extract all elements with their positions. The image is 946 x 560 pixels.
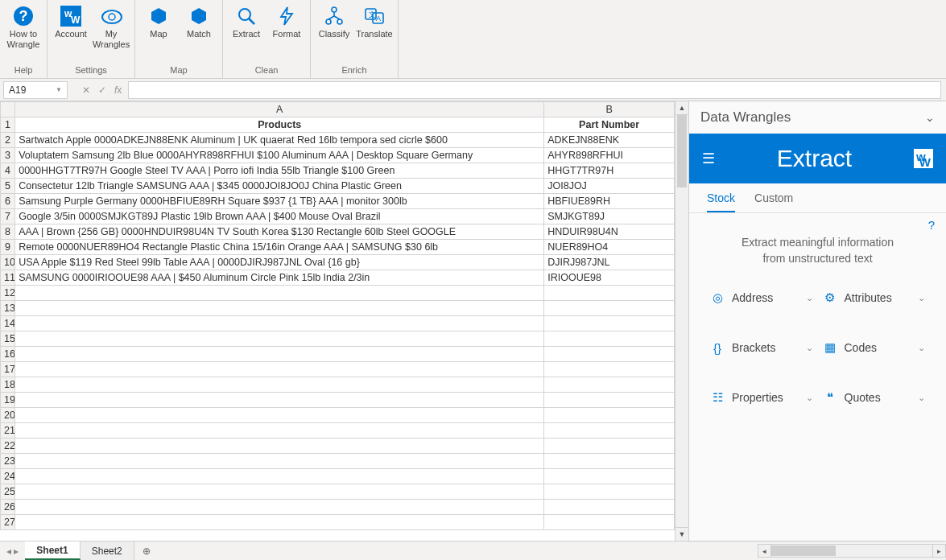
cell[interactable]: 0000HHGT7TR97H Google Steel TV AAA | Por… xyxy=(15,163,544,179)
cell[interactable] xyxy=(544,301,675,316)
scroll-thumb[interactable] xyxy=(677,115,687,187)
cell[interactable] xyxy=(544,393,675,408)
cell[interactable] xyxy=(15,347,544,362)
row-header[interactable]: 17 xyxy=(1,362,15,377)
cell[interactable]: SAMSUNG 0000IRIOOUE98 AAA | $450 Aluminu… xyxy=(15,270,544,286)
cell[interactable]: HNDUIR98U4N xyxy=(544,224,675,240)
row-header[interactable]: 21 xyxy=(1,423,15,439)
row-header[interactable]: 22 xyxy=(1,439,15,454)
extract-option-address[interactable]: ◎Address⌄ xyxy=(710,290,813,305)
extract-option-brackets[interactable]: {}Brackets⌄ xyxy=(710,340,813,355)
row-header[interactable]: 2 xyxy=(1,133,15,148)
cell[interactable] xyxy=(15,500,544,515)
cell[interactable] xyxy=(544,439,675,454)
cell[interactable]: USA Apple $119 Red Steel 99lb Table AAA … xyxy=(15,255,544,270)
account-button[interactable]: wW Account xyxy=(52,5,89,39)
cell[interactable]: HHGT7TR97H xyxy=(544,163,675,179)
row-header[interactable]: 13 xyxy=(1,301,15,316)
row-header[interactable]: 6 xyxy=(1,194,15,209)
row-header[interactable]: 20 xyxy=(1,408,15,423)
row-header[interactable]: 12 xyxy=(1,286,15,301)
cell[interactable] xyxy=(15,454,544,469)
cell[interactable] xyxy=(15,439,544,454)
formula-input[interactable] xyxy=(128,81,941,99)
vertical-scrollbar[interactable]: ▲ ▼ xyxy=(675,101,688,541)
row-header[interactable]: 15 xyxy=(1,331,15,347)
cell[interactable] xyxy=(544,423,675,439)
row-header[interactable]: 1 xyxy=(1,117,15,133)
row-header[interactable]: 9 xyxy=(1,240,15,255)
row-header[interactable]: 23 xyxy=(1,454,15,469)
cell[interactable] xyxy=(544,316,675,331)
cell[interactable]: Part Number xyxy=(544,117,675,133)
row-header[interactable]: 3 xyxy=(1,148,15,163)
col-header-a[interactable]: A xyxy=(15,102,544,117)
cell[interactable]: AAA | Brown {256 GB} 0000HNDUIR98U4N TV … xyxy=(15,224,544,240)
row-header[interactable]: 8 xyxy=(1,224,15,240)
cell[interactable]: Products xyxy=(15,117,544,133)
scroll-left-icon[interactable]: ◂ xyxy=(758,544,771,558)
cell[interactable] xyxy=(544,484,675,500)
cell[interactable]: SMJKGT89J xyxy=(544,209,675,224)
cell[interactable] xyxy=(15,301,544,316)
row-header[interactable]: 19 xyxy=(1,393,15,408)
cancel-icon[interactable]: ✕ xyxy=(82,84,90,96)
hamburger-icon[interactable]: ☰ xyxy=(702,150,715,167)
row-header[interactable]: 4 xyxy=(1,163,15,179)
cell[interactable]: DJIRJ987JNL xyxy=(544,255,675,270)
sheet-tab-2[interactable]: Sheet2 xyxy=(81,541,134,560)
cell[interactable] xyxy=(544,362,675,377)
cell[interactable]: AHYR898RFHUI xyxy=(544,148,675,163)
add-sheet-button[interactable]: ⊕ xyxy=(134,541,159,560)
cell[interactable] xyxy=(544,331,675,347)
enter-icon[interactable]: ✓ xyxy=(98,84,106,96)
cell[interactable]: Consectetur 12lb Triangle SAMSUNG AAA | … xyxy=(15,179,544,194)
hscroll-thumb[interactable] xyxy=(771,546,836,556)
extract-button[interactable]: Extract xyxy=(228,5,265,39)
cell[interactable] xyxy=(15,515,544,530)
cell[interactable]: Google 3/5in 0000SMJKGT89J Plastic 19lb … xyxy=(15,209,544,224)
cell[interactable] xyxy=(544,469,675,484)
row-header[interactable]: 7 xyxy=(1,209,15,224)
cell[interactable] xyxy=(544,377,675,393)
grid[interactable]: A B 1 Products Part Number2 Sartwatch Ap… xyxy=(0,101,675,530)
cell[interactable]: HBFIUE89RH xyxy=(544,194,675,209)
row-header[interactable]: 16 xyxy=(1,347,15,362)
name-box[interactable]: A19 ▼ xyxy=(3,81,68,99)
cell[interactable] xyxy=(15,331,544,347)
cell[interactable] xyxy=(15,286,544,301)
cell[interactable] xyxy=(15,393,544,408)
my-wrangles-button[interactable]: MyWrangles xyxy=(93,5,130,50)
cell[interactable] xyxy=(15,362,544,377)
row-header[interactable]: 27 xyxy=(1,515,15,530)
cell[interactable]: ADKEJN88ENK xyxy=(544,133,675,148)
tab-custom[interactable]: Custom xyxy=(754,191,793,212)
sheet-tab-1[interactable]: Sheet1 xyxy=(25,541,80,560)
cell[interactable] xyxy=(15,423,544,439)
map-button[interactable]: Map xyxy=(140,5,177,39)
scroll-right-icon[interactable]: ▸ xyxy=(932,544,946,558)
extract-option-quotes[interactable]: ❝Quotes⌄ xyxy=(823,390,926,405)
tab-stock[interactable]: Stock xyxy=(707,191,735,212)
help-icon[interactable]: ? xyxy=(928,218,935,232)
fx-icon[interactable]: fx xyxy=(114,84,122,96)
cell[interactable] xyxy=(544,408,675,423)
cell[interactable]: Remote 0000NUER89HO4 Rectangle Plastic C… xyxy=(15,240,544,255)
cell[interactable]: Voluptatem Samsung 2lb Blue 0000AHYR898R… xyxy=(15,148,544,163)
extract-option-properties[interactable]: ☷Properties⌄ xyxy=(710,390,813,405)
row-header[interactable]: 26 xyxy=(1,500,15,515)
row-header[interactable]: 25 xyxy=(1,484,15,500)
row-header[interactable]: 18 xyxy=(1,377,15,393)
cell[interactable] xyxy=(544,515,675,530)
scroll-up-icon[interactable]: ▲ xyxy=(675,101,688,115)
row-header[interactable]: 24 xyxy=(1,469,15,484)
match-button[interactable]: Match xyxy=(180,5,217,39)
select-all-corner[interactable] xyxy=(1,102,15,117)
how-to-wrangle-button[interactable]: ? How toWrangle xyxy=(5,5,42,50)
extract-option-codes[interactable]: ▦Codes⌄ xyxy=(823,340,926,355)
col-header-b[interactable]: B xyxy=(544,102,675,117)
row-header[interactable]: 5 xyxy=(1,179,15,194)
cell[interactable] xyxy=(15,408,544,423)
scroll-down-icon[interactable]: ▼ xyxy=(675,527,688,541)
cell[interactable]: Samsung Purple Germany 0000HBFIUE89RH Sq… xyxy=(15,194,544,209)
